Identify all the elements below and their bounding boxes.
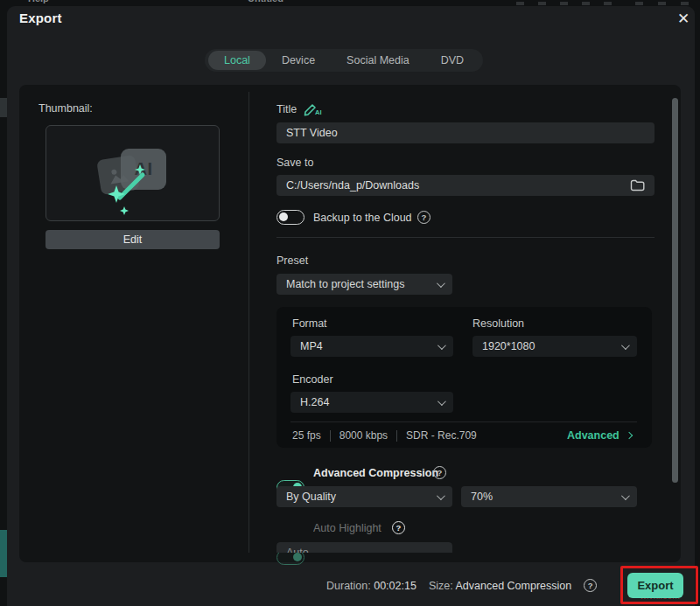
background-toolbar-icon-fragment xyxy=(582,2,590,5)
section-divider xyxy=(276,237,654,238)
encoder-dropdown[interactable]: H.264 xyxy=(290,392,453,413)
chevron-down-icon xyxy=(437,279,445,288)
toggle-knob xyxy=(279,212,288,221)
background-timeline-fragment xyxy=(0,530,7,577)
title-input[interactable]: STT Video xyxy=(276,122,654,143)
save-to-label: Save to xyxy=(276,157,313,169)
background-panel-fragment xyxy=(0,98,7,117)
close-icon[interactable]: ✕ xyxy=(672,8,695,30)
advanced-compression-help-icon[interactable]: ? xyxy=(433,466,446,479)
tab-dvd[interactable]: DVD xyxy=(425,51,480,70)
thumbnail-label: Thumbnail: xyxy=(38,102,93,115)
preset-label: Preset xyxy=(276,254,308,267)
specs-row: 25 fps 8000 kbps SDR - Rec.709 xyxy=(292,429,477,442)
chevron-down-icon xyxy=(437,491,445,500)
tab-social-media[interactable]: Social Media xyxy=(331,51,425,70)
format-settings-panel: Format MP4 Resolution 1920*1080 Encoder … xyxy=(276,307,652,448)
svg-text:AI: AI xyxy=(315,108,322,116)
background-toolbar-icon-fragment xyxy=(560,2,568,5)
resolution-label: Resolution xyxy=(472,317,524,330)
encoder-label: Encoder xyxy=(292,373,333,386)
encoder-value: H.264 xyxy=(300,396,329,408)
format-value: MP4 xyxy=(300,340,323,352)
save-to-value: C:/Users/nda_p/Downloads xyxy=(286,179,419,192)
export-button[interactable]: Export xyxy=(627,573,683,598)
magic-wand-icon xyxy=(101,163,171,220)
backup-cloud-toggle[interactable] xyxy=(276,210,304,225)
background-toolbar-icon-fragment xyxy=(604,2,612,5)
background-toolbar-icon-fragment xyxy=(658,2,666,5)
column-divider xyxy=(248,92,249,553)
tab-device[interactable]: Device xyxy=(266,51,331,70)
thumbnail-preview[interactable]: AI xyxy=(46,125,220,221)
compression-quality-dropdown[interactable]: 70% xyxy=(461,486,637,507)
compression-quality-value: 70% xyxy=(471,491,493,503)
resolution-dropdown[interactable]: 1920*1080 xyxy=(472,336,637,357)
preset-value: Match to project settings xyxy=(286,278,404,290)
size-help-icon[interactable]: ? xyxy=(584,579,597,592)
color-space-value: SDR - Rec.709 xyxy=(406,429,477,442)
backup-help-icon[interactable]: ? xyxy=(417,211,430,224)
chevron-down-icon xyxy=(438,341,446,350)
resolution-value: 1920*1080 xyxy=(482,340,535,352)
export-tabbar: Local Device Social Media DVD xyxy=(205,49,483,72)
size-label: Size: xyxy=(429,580,453,592)
size-value: Advanced Compression xyxy=(455,580,571,592)
ai-rename-pencil-icon[interactable]: AI xyxy=(303,101,322,116)
background-toolbar-icon-fragment xyxy=(516,2,524,5)
toggle-knob xyxy=(293,553,302,561)
background-toolbar-icon-fragment xyxy=(538,2,546,5)
compression-mode-value: By Quality xyxy=(286,491,336,503)
save-to-input[interactable]: C:/Users/nda_p/Downloads xyxy=(276,175,654,196)
background-toolbar-icon-fragment xyxy=(681,2,689,5)
title-value: STT Video xyxy=(286,127,338,139)
fps-value: 25 fps xyxy=(292,429,321,442)
chevron-down-icon xyxy=(438,397,446,406)
compression-mode-dropdown[interactable]: By Quality xyxy=(276,486,452,507)
duration-label: Duration: xyxy=(326,580,371,592)
advanced-link-label: Advanced xyxy=(567,429,620,442)
advanced-settings-link[interactable]: Advanced xyxy=(567,429,632,442)
background-project-title-fragment: Untitled xyxy=(248,0,318,6)
format-label: Format xyxy=(292,317,327,330)
format-dropdown[interactable]: MP4 xyxy=(290,336,453,357)
chevron-down-icon xyxy=(621,341,630,350)
auto-highlight-help-icon[interactable]: ? xyxy=(392,521,405,534)
auto-highlight-label: Auto Highlight xyxy=(313,522,382,534)
edit-thumbnail-button[interactable]: Edit xyxy=(46,230,220,249)
panel-scrollbar[interactable] xyxy=(672,98,678,483)
export-footer: Duration: 00:02:15 Size: Advanced Compre… xyxy=(326,579,597,592)
backup-cloud-label: Backup to the Cloud xyxy=(313,212,412,224)
dialog-title: Export xyxy=(19,10,62,25)
duration-value: 00:02:15 xyxy=(374,580,416,592)
advanced-compression-label: Advanced Compression xyxy=(313,467,438,479)
clipped-dropdown[interactable]: Auto xyxy=(276,542,452,553)
chevron-down-icon xyxy=(621,491,630,500)
title-label: Title xyxy=(276,103,297,115)
background-menu-fragment: Help xyxy=(28,0,80,6)
spec-separator xyxy=(330,430,331,442)
tab-local[interactable]: Local xyxy=(208,51,266,70)
folder-browse-icon[interactable] xyxy=(630,179,645,192)
specs-divider xyxy=(290,421,637,422)
chevron-right-icon xyxy=(626,432,633,439)
bitrate-value: 8000 kbps xyxy=(340,429,388,442)
preset-dropdown[interactable]: Match to project settings xyxy=(276,274,452,295)
background-toolbar-icon-fragment xyxy=(635,2,643,5)
clipped-dropdown-value: Auto xyxy=(286,547,309,553)
spec-separator xyxy=(396,430,397,442)
